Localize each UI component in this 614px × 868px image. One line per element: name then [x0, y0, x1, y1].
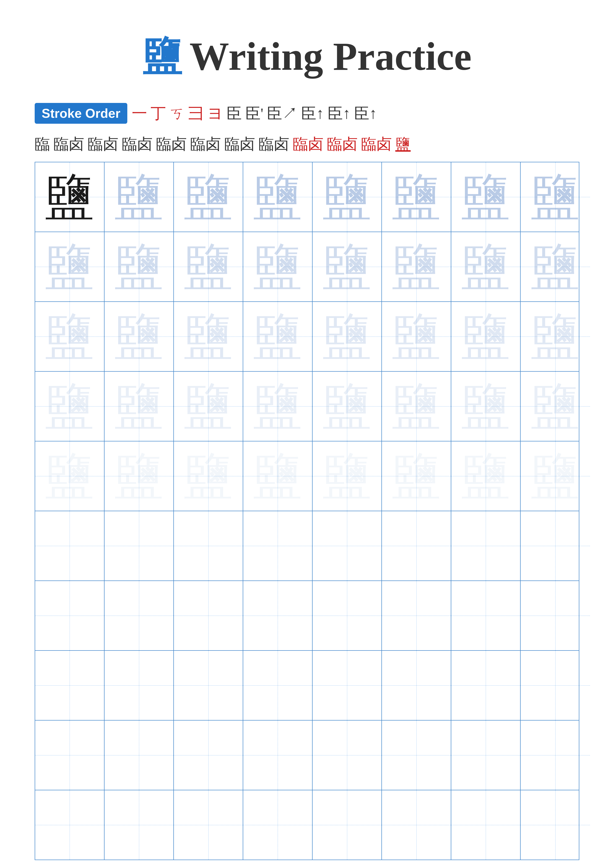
char-ghost: 鹽 — [183, 451, 233, 501]
grid-cell-7-4[interactable] — [243, 581, 312, 650]
grid-cell-6-8[interactable] — [521, 511, 590, 580]
grid-cell-3-4[interactable]: 鹽 — [243, 302, 312, 371]
grid-cell-4-1[interactable]: 鹽 — [35, 372, 104, 441]
grid-cell-1-5[interactable]: 鹽 — [312, 162, 382, 232]
grid-cell-7-2[interactable] — [104, 581, 174, 650]
grid-cell-1-2[interactable]: 鹽 — [104, 162, 174, 232]
char-ghost: 鹽 — [183, 312, 233, 361]
grid-cell-3-3[interactable]: 鹽 — [174, 302, 243, 371]
grid-cell-4-7[interactable]: 鹽 — [451, 372, 521, 441]
grid-cell-2-7[interactable]: 鹽 — [451, 232, 521, 301]
grid-cell-10-5[interactable] — [312, 790, 382, 860]
grid-cell-3-8[interactable]: 鹽 — [521, 302, 590, 371]
grid-cell-8-7[interactable] — [451, 651, 521, 720]
grid-cell-9-3[interactable] — [174, 721, 243, 790]
grid-cell-5-4[interactable]: 鹽 — [243, 442, 312, 511]
grid-cell-3-2[interactable]: 鹽 — [104, 302, 174, 371]
grid-cell-4-3[interactable]: 鹽 — [174, 372, 243, 441]
grid-cell-9-8[interactable] — [521, 721, 590, 790]
grid-row-9 — [35, 721, 579, 790]
char-ghost: 鹽 — [322, 451, 372, 501]
stroke-r2-9: 臨卤 — [293, 133, 323, 154]
grid-cell-9-5[interactable] — [312, 721, 382, 790]
grid-cell-6-4[interactable] — [243, 511, 312, 580]
grid-cell-1-3[interactable]: 鹽 — [174, 162, 243, 232]
grid-cell-7-3[interactable] — [174, 581, 243, 650]
grid-cell-6-1[interactable] — [35, 511, 104, 580]
grid-cell-8-6[interactable] — [382, 651, 451, 720]
stroke-r2-2: 臨卤 — [53, 133, 84, 154]
grid-cell-4-4[interactable]: 鹽 — [243, 372, 312, 441]
char-ghost: 鹽 — [530, 451, 580, 501]
grid-cell-5-6[interactable]: 鹽 — [382, 442, 451, 511]
practice-grid: 鹽 鹽 鹽 鹽 鹽 鹽 鹽 鹽 — [35, 162, 579, 860]
grid-cell-8-5[interactable] — [312, 651, 382, 720]
grid-cell-1-7[interactable]: 鹽 — [451, 162, 521, 232]
grid-cell-2-6[interactable]: 鹽 — [382, 232, 451, 301]
grid-cell-2-3[interactable]: 鹽 — [174, 232, 243, 301]
grid-cell-2-2[interactable]: 鹽 — [104, 232, 174, 301]
grid-cell-8-3[interactable] — [174, 651, 243, 720]
grid-cell-1-6[interactable]: 鹽 — [382, 162, 451, 232]
grid-cell-7-8[interactable] — [521, 581, 590, 650]
grid-cell-1-8[interactable]: 鹽 — [521, 162, 590, 232]
grid-cell-6-2[interactable] — [104, 511, 174, 580]
char-ghost: 鹽 — [183, 172, 233, 222]
grid-cell-3-7[interactable]: 鹽 — [451, 302, 521, 371]
grid-cell-7-1[interactable] — [35, 581, 104, 650]
grid-cell-2-8[interactable]: 鹽 — [521, 232, 590, 301]
grid-cell-8-1[interactable] — [35, 651, 104, 720]
char-ghost: 鹽 — [253, 451, 302, 501]
grid-cell-5-7[interactable]: 鹽 — [451, 442, 521, 511]
grid-cell-4-5[interactable]: 鹽 — [312, 372, 382, 441]
grid-cell-10-6[interactable] — [382, 790, 451, 860]
grid-cell-6-3[interactable] — [174, 511, 243, 580]
grid-cell-7-5[interactable] — [312, 581, 382, 650]
grid-cell-6-6[interactable] — [382, 511, 451, 580]
grid-cell-7-6[interactable] — [382, 581, 451, 650]
char-ghost: 鹽 — [45, 312, 94, 361]
grid-cell-5-5[interactable]: 鹽 — [312, 442, 382, 511]
grid-cell-8-8[interactable] — [521, 651, 590, 720]
grid-row-10 — [35, 790, 579, 860]
grid-cell-2-1[interactable]: 鹽 — [35, 232, 104, 301]
header: 鹽 Writing Practice — [30, 30, 584, 83]
grid-cell-3-1[interactable]: 鹽 — [35, 302, 104, 371]
grid-cell-10-8[interactable] — [521, 790, 590, 860]
grid-cell-2-5[interactable]: 鹽 — [312, 232, 382, 301]
grid-cell-3-6[interactable]: 鹽 — [382, 302, 451, 371]
grid-cell-5-1[interactable]: 鹽 — [35, 442, 104, 511]
grid-cell-9-1[interactable] — [35, 721, 104, 790]
grid-cell-4-2[interactable]: 鹽 — [104, 372, 174, 441]
grid-cell-5-3[interactable]: 鹽 — [174, 442, 243, 511]
grid-cell-9-7[interactable] — [451, 721, 521, 790]
char-ghost: 鹽 — [253, 172, 302, 222]
grid-cell-4-8[interactable]: 鹽 — [521, 372, 590, 441]
grid-cell-1-1[interactable]: 鹽 — [35, 162, 104, 232]
char-ghost: 鹽 — [253, 381, 302, 431]
grid-cell-5-8[interactable]: 鹽 — [521, 442, 590, 511]
grid-cell-5-2[interactable]: 鹽 — [104, 442, 174, 511]
grid-cell-7-7[interactable] — [451, 581, 521, 650]
grid-cell-10-7[interactable] — [451, 790, 521, 860]
grid-cell-9-4[interactable] — [243, 721, 312, 790]
grid-cell-1-4[interactable]: 鹽 — [243, 162, 312, 232]
stroke-r2-6: 臨卤 — [190, 133, 221, 154]
grid-cell-8-2[interactable] — [104, 651, 174, 720]
grid-cell-8-4[interactable] — [243, 651, 312, 720]
char-ghost: 鹽 — [461, 312, 510, 361]
grid-cell-6-7[interactable] — [451, 511, 521, 580]
char-ghost: 鹽 — [530, 172, 580, 222]
grid-cell-2-4[interactable]: 鹽 — [243, 232, 312, 301]
grid-cell-9-6[interactable] — [382, 721, 451, 790]
grid-cell-4-6[interactable]: 鹽 — [382, 372, 451, 441]
grid-cell-10-1[interactable] — [35, 790, 104, 860]
char-ghost: 鹽 — [322, 172, 372, 222]
grid-cell-3-5[interactable]: 鹽 — [312, 302, 382, 371]
grid-cell-6-5[interactable] — [312, 511, 382, 580]
grid-cell-10-2[interactable] — [104, 790, 174, 860]
char-ghost: 鹽 — [530, 381, 580, 431]
grid-cell-10-4[interactable] — [243, 790, 312, 860]
grid-cell-10-3[interactable] — [174, 790, 243, 860]
grid-cell-9-2[interactable] — [104, 721, 174, 790]
